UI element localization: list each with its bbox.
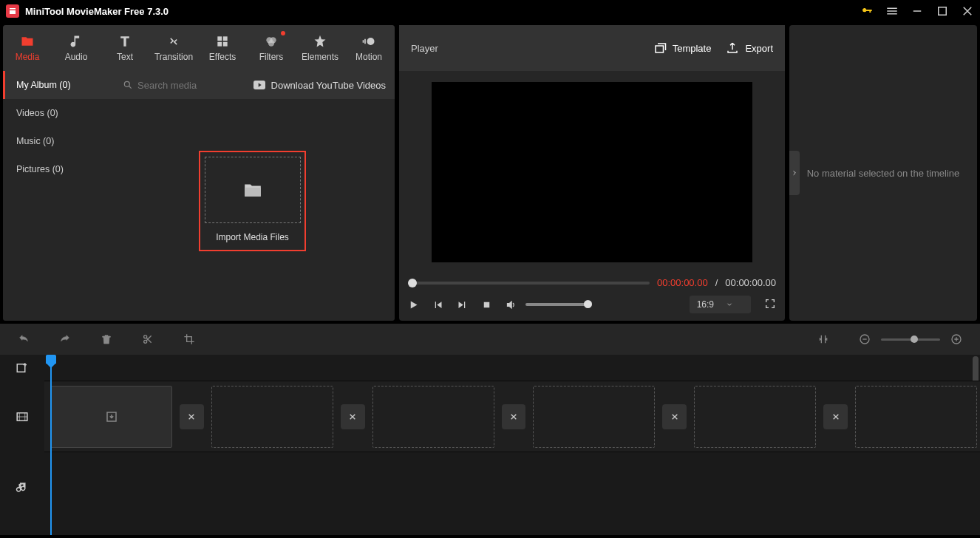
fullscreen-button[interactable] — [764, 298, 776, 312]
license-key-icon[interactable] — [860, 5, 874, 17]
tab-elements[interactable]: Elements — [296, 25, 344, 71]
import-clip-icon — [105, 410, 118, 423]
tab-text[interactable]: Text — [101, 25, 149, 71]
sidebar-item-music[interactable]: Music (0) — [3, 127, 114, 155]
zoom-slider[interactable] — [881, 338, 940, 341]
app-logo — [6, 4, 19, 18]
clip-slot[interactable] — [50, 386, 172, 448]
play-button[interactable] — [408, 299, 419, 310]
undo-button[interactable] — [18, 333, 30, 345]
media-panel: Media Audio Text Transition Effects Filt… — [3, 25, 395, 321]
sidebar-item-my-album[interactable]: My Album (0) — [3, 71, 114, 99]
video-track-icon — [0, 381, 44, 452]
timeline-fit-button[interactable] — [817, 333, 829, 345]
prev-frame-button[interactable] — [432, 299, 443, 310]
volume-icon[interactable] — [506, 299, 517, 310]
chevron-down-icon — [726, 301, 733, 308]
search-icon — [123, 80, 133, 90]
video-track[interactable] — [44, 381, 980, 452]
transition-slot[interactable] — [662, 404, 687, 429]
delete-button[interactable] — [101, 333, 112, 345]
close-button[interactable] — [961, 4, 974, 18]
menu-icon[interactable] — [885, 4, 899, 18]
svg-rect-18 — [17, 364, 25, 372]
svg-rect-2 — [217, 36, 222, 41]
zoom-in-button[interactable] — [950, 333, 962, 345]
svg-rect-0 — [913, 10, 922, 12]
folder-icon — [243, 182, 262, 198]
clip-slot[interactable] — [855, 386, 977, 448]
audio-track-icon — [0, 452, 44, 523]
scrubber-handle[interactable] — [408, 279, 417, 287]
volume-slider[interactable] — [525, 303, 592, 306]
time-total: 00:00:00.00 — [725, 277, 776, 288]
clip-slot[interactable] — [372, 386, 494, 448]
sidebar-item-videos[interactable]: Videos (0) — [3, 99, 114, 127]
export-button[interactable]: Export — [726, 41, 773, 55]
tab-media[interactable]: Media — [3, 25, 52, 71]
svg-rect-1 — [939, 7, 947, 16]
transition-slot[interactable] — [502, 404, 526, 429]
svg-rect-12 — [245, 188, 261, 197]
volume-handle[interactable] — [584, 300, 592, 308]
search-media[interactable] — [123, 80, 246, 91]
tab-effects[interactable]: Effects — [198, 25, 247, 71]
import-label: Import Media Files — [216, 232, 289, 242]
svg-point-10 — [124, 81, 129, 86]
zoom-handle[interactable] — [911, 336, 918, 343]
title-bar: MiniTool MovieMaker Free 7.3.0 — [0, 0, 980, 22]
timeline — [0, 324, 980, 535]
svg-rect-5 — [223, 42, 228, 47]
youtube-icon — [253, 81, 265, 89]
inspector-panel: No material selected on the timeline — [789, 25, 977, 321]
playback-scrubber[interactable] — [408, 282, 650, 285]
maximize-button[interactable] — [936, 4, 949, 18]
svg-rect-4 — [217, 42, 222, 47]
chevron-right-icon — [792, 168, 797, 177]
clip-slot[interactable] — [533, 386, 655, 448]
transition-slot[interactable] — [180, 404, 204, 429]
svg-point-9 — [367, 38, 375, 45]
minimize-button[interactable] — [911, 4, 924, 18]
player-panel: Player Template Export 00:00:00.00 / 00:… — [399, 25, 785, 321]
download-youtube-button[interactable]: Download YouTube Videos — [253, 80, 386, 91]
inspector-collapse-toggle[interactable] — [789, 151, 800, 195]
app-title: MiniTool MovieMaker Free 7.3.0 — [25, 6, 860, 17]
tab-transition[interactable]: Transition — [149, 25, 198, 71]
transition-slot[interactable] — [823, 404, 848, 429]
tab-audio[interactable]: Audio — [52, 25, 101, 71]
template-icon — [653, 41, 667, 55]
audio-track[interactable] — [44, 452, 980, 523]
aspect-ratio-select[interactable]: 16:9 — [690, 296, 751, 313]
export-icon — [726, 41, 739, 55]
split-button[interactable] — [142, 333, 154, 345]
sidebar-item-pictures[interactable]: Pictures (0) — [3, 155, 114, 183]
stop-button[interactable] — [481, 299, 492, 310]
tab-filters[interactable]: Filters — [247, 25, 296, 71]
zoom-out-button[interactable] — [859, 333, 871, 345]
timeline-toolbar — [0, 324, 980, 355]
main-tabs: Media Audio Text Transition Effects Filt… — [3, 25, 395, 71]
timeline-ruler[interactable] — [44, 355, 980, 381]
clip-slot[interactable] — [211, 386, 333, 448]
next-frame-button[interactable] — [457, 299, 468, 310]
time-current: 00:00:00.00 — [657, 277, 708, 288]
add-track-button[interactable] — [0, 355, 44, 381]
inspector-message: No material selected on the timeline — [800, 168, 967, 179]
template-button[interactable]: Template — [653, 41, 712, 55]
svg-point-8 — [268, 40, 274, 46]
transition-slot[interactable] — [341, 404, 365, 429]
media-sidebar: My Album (0) Videos (0) Music (0) Pictur… — [3, 71, 114, 321]
redo-button[interactable] — [59, 333, 71, 345]
crop-button[interactable] — [183, 333, 195, 345]
search-input[interactable] — [137, 80, 226, 91]
svg-rect-3 — [223, 36, 228, 41]
playhead[interactable] — [50, 355, 52, 535]
tab-motion[interactable]: Motion — [344, 25, 393, 71]
player-title: Player — [411, 43, 639, 54]
clip-slot[interactable] — [694, 386, 816, 448]
svg-rect-13 — [484, 302, 490, 307]
import-media-button[interactable]: Import Media Files — [199, 151, 306, 251]
preview-canvas — [432, 82, 752, 262]
